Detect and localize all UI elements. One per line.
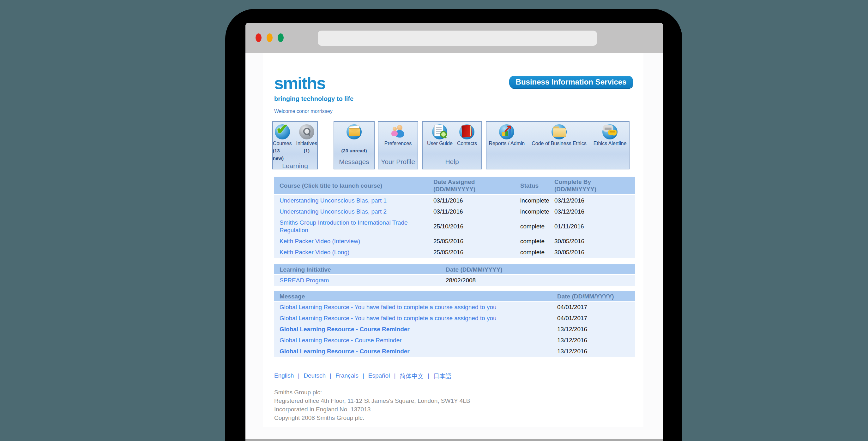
message-date-column-header: Date (DD/MM/YYYY)	[557, 293, 614, 300]
course-link[interactable]: Understanding Unconscious Bias, part 2	[280, 208, 422, 215]
welcome-text: Welcome conor morrissey	[274, 108, 333, 114]
toolbar-item-initiatives[interactable]: Initiatives (1)	[296, 123, 317, 162]
language-separator: |	[330, 372, 331, 380]
company-footer-line: Smiths Group plc:	[274, 388, 470, 397]
initiatives-label: Initiatives	[296, 140, 317, 147]
message-table-header: Message Date (DD/MM/YYYY)	[274, 291, 635, 301]
message-row: Global Learning Resource - You have fail…	[274, 313, 635, 324]
complete-by-column-header: Complete By (DD/MM/YYYY)	[554, 178, 596, 193]
toolbar-item-code-of-business-ethics[interactable]: Code of Business Ethics	[532, 123, 586, 155]
toolbar-group-messages: (23 unread) Messages	[334, 121, 375, 169]
language-link-japanese[interactable]: 日本語	[433, 372, 452, 380]
language-link-english[interactable]: English	[274, 372, 294, 380]
chat-bubbles-icon	[602, 124, 618, 140]
toolbar-group-learning: ✔ Courses (13 new) Initiatives (1) Learn…	[272, 121, 318, 169]
toolbar-item-courses[interactable]: ✔ Courses (13 new)	[273, 123, 292, 162]
messages-count: (23 unread)	[341, 147, 367, 155]
status-value: incomplete	[520, 197, 549, 204]
toolbar-item-contacts[interactable]: Contacts	[457, 123, 477, 155]
date-assigned-value: 25/10/2016	[433, 223, 463, 230]
message-row: Global Learning Resource - Course Remind…	[274, 324, 635, 335]
message-link[interactable]: Global Learning Resource - Course Remind…	[280, 337, 545, 344]
your-profile-group-label: Your Profile	[381, 155, 415, 169]
toolbar-item-preferences[interactable]: Preferences	[384, 123, 411, 155]
courses-count: (13 new)	[273, 147, 292, 162]
course-link[interactable]: Keith Packer Video (Long)	[280, 248, 422, 256]
toolbar-item-ethics-alertline[interactable]: Ethics Alertline	[593, 123, 627, 155]
messages-group-label: Messages	[339, 155, 369, 169]
toolbar-group-help: User Guide Contacts Help	[422, 121, 482, 169]
reports-admin-label: Reports / Admin	[489, 140, 525, 147]
url-bar[interactable]	[318, 31, 597, 46]
company-footer: Smiths Group plc: Registered office 4th …	[274, 388, 470, 422]
initiative-table: Learning Initiative Date (DD/MM/YYYY) SP…	[274, 264, 635, 286]
red-address-book-icon	[459, 124, 475, 140]
page-content: smiths bringing technology to life Welco…	[263, 53, 644, 427]
smiths-logo: smiths	[274, 73, 326, 93]
complete-by-value: 30/05/2016	[554, 238, 584, 245]
toolbar-item-messages[interactable]: (23 unread)	[341, 123, 367, 155]
toolbar-item-reports-admin[interactable]: ↗ Reports / Admin	[489, 123, 525, 155]
message-row: Global Learning Resource - Course Remind…	[274, 346, 635, 357]
course-link[interactable]: Keith Packer Video (Interview)	[280, 238, 422, 245]
language-link-francais[interactable]: Français	[336, 372, 359, 380]
grey-book-magnifier-icon	[299, 124, 315, 140]
business-information-services-banner: Business Information Services	[509, 76, 633, 88]
code-of-business-ethics-label: Code of Business Ethics	[532, 140, 586, 147]
message-link[interactable]: Global Learning Resource - Course Remind…	[280, 326, 545, 333]
two-people-icon	[390, 124, 406, 140]
complete-by-value: 03/12/2016	[554, 197, 584, 204]
brand-tagline: bringing technology to life	[274, 95, 353, 103]
message-date-value: 13/12/2016	[557, 348, 587, 355]
initiative-link[interactable]: SPREAD Program	[280, 277, 422, 284]
course-link[interactable]: Understanding Unconscious Bias, part 1	[280, 197, 422, 204]
date-assigned-value: 25/05/2016	[433, 248, 463, 256]
company-footer-line: Registered office 4th Floor, 11-12 St Ja…	[274, 397, 470, 405]
bar-chart-arrow-icon: ↗	[499, 124, 515, 140]
zoom-window-icon[interactable]	[278, 33, 284, 42]
green-check-icon: ✔	[275, 124, 290, 140]
message-row: Global Learning Resource - Course Remind…	[274, 335, 635, 346]
course-link[interactable]: Smiths Group Introduction to Internation…	[280, 219, 422, 234]
course-row: Keith Packer Video (Long) 25/05/2016 com…	[274, 247, 635, 258]
language-links: English | Deutsch | Français | Español |…	[274, 372, 452, 380]
initiative-column-header: Learning Initiative	[280, 266, 422, 273]
status-value: complete	[520, 238, 545, 245]
initiative-date-column-header: Date (DD/MM/YYYY)	[446, 266, 502, 273]
browser-titlebar	[245, 23, 663, 53]
message-date-value: 04/01/2017	[557, 303, 587, 311]
language-link-espanol[interactable]: Español	[368, 372, 390, 380]
message-link[interactable]: Global Learning Resource - You have fail…	[280, 303, 545, 311]
course-row: Understanding Unconscious Bias, part 2 0…	[274, 206, 635, 217]
open-envelope-icon	[346, 124, 362, 140]
message-date-value: 13/12/2016	[557, 337, 587, 344]
status-column-header: Status	[520, 182, 538, 189]
language-link-simplified-chinese[interactable]: 简体中文	[400, 372, 424, 380]
close-window-icon[interactable]	[255, 33, 261, 42]
language-link-deutsch[interactable]: Deutsch	[304, 372, 326, 380]
window-bottom-strip	[245, 439, 663, 441]
course-table: Course (Click title to launch course) Da…	[274, 177, 635, 258]
course-row: Keith Packer Video (Interview) 25/05/201…	[274, 236, 635, 247]
company-footer-line: Copyright 2008 Smiths Group plc.	[274, 413, 470, 422]
status-value: complete	[520, 248, 545, 256]
help-group-label: Help	[445, 155, 459, 169]
company-footer-line: Incorporated in England No. 137013	[274, 405, 470, 413]
courses-label: Courses	[273, 140, 292, 147]
ethics-alertline-label: Ethics Alertline	[593, 140, 627, 147]
message-column-header: Message	[280, 293, 501, 300]
message-link[interactable]: Global Learning Resource - Course Remind…	[280, 348, 545, 355]
message-row: Global Learning Resource - You have fail…	[274, 302, 635, 313]
browser-window: smiths bringing technology to life Welco…	[245, 23, 663, 441]
course-column-header: Course (Click title to launch course)	[280, 182, 422, 189]
complete-by-value: 01/11/2016	[554, 223, 584, 230]
complete-by-value: 03/12/2016	[554, 208, 584, 215]
language-separator: |	[394, 372, 396, 380]
language-separator: |	[428, 372, 429, 380]
toolbar-item-user-guide[interactable]: User Guide	[427, 123, 453, 155]
minimize-window-icon[interactable]	[267, 33, 273, 42]
contacts-label: Contacts	[457, 140, 477, 147]
message-link[interactable]: Global Learning Resource - You have fail…	[280, 314, 545, 322]
status-value: complete	[520, 223, 545, 230]
date-assigned-value: 25/05/2016	[433, 238, 463, 245]
